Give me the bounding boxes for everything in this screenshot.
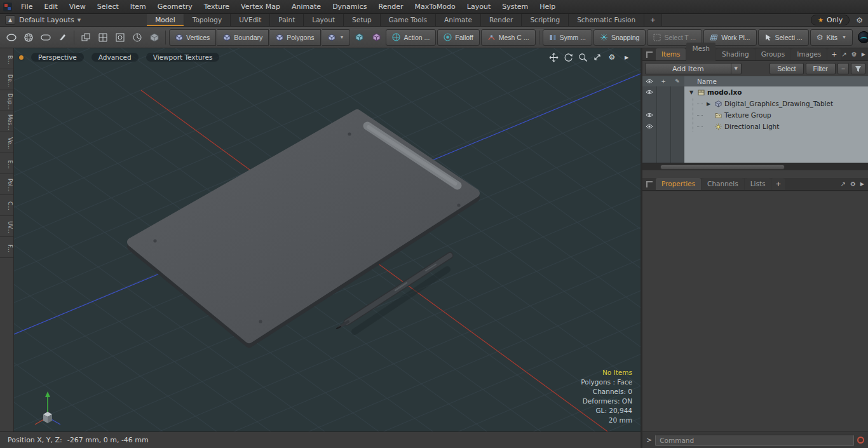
menu-dynamics[interactable]: Dynamics (327, 0, 372, 13)
toolbox-tab-mesh[interactable]: Mes... (0, 111, 13, 132)
tab-channels[interactable]: Channels (702, 178, 744, 190)
menu-file[interactable]: File (15, 0, 38, 13)
eye-icon[interactable] (642, 90, 656, 95)
polygons-mode-button[interactable]: Polygons (270, 29, 320, 46)
modo-ball-icon[interactable] (858, 31, 868, 43)
tab-animate[interactable]: Animate (436, 14, 481, 26)
mesh-constraint-button[interactable]: Mesh C ... (481, 29, 536, 46)
viewport-3d[interactable]: Perspective Advanced Viewport Textures (14, 48, 641, 431)
chevron-right-icon[interactable]: ▶ (705, 101, 712, 107)
pick-column-header[interactable]: + (656, 76, 670, 86)
toolbox-tab-polygon[interactable]: Pol... (0, 174, 13, 195)
menu-view[interactable]: View (64, 0, 92, 13)
action-center-button[interactable]: Action ... (386, 29, 436, 46)
chevron-down-icon[interactable]: ▼ (688, 90, 695, 95)
tab-paint[interactable]: Paint (270, 14, 304, 26)
capsule-tool-button[interactable] (37, 29, 53, 46)
viewport-tab-textures[interactable]: Viewport Textures (146, 53, 220, 62)
menu-animate[interactable]: Animate (286, 0, 327, 13)
expand-arrow-icon[interactable]: ▶ (621, 52, 632, 62)
item-mode-button[interactable] (351, 29, 367, 46)
knife-tool-button[interactable] (55, 29, 71, 46)
gear-icon[interactable]: ⚙ (856, 16, 863, 25)
snapping-button[interactable]: Snapping (593, 29, 646, 46)
menu-render[interactable]: Render (372, 0, 409, 13)
selection-mode-dropdown[interactable]: ▼ (322, 29, 351, 46)
render-column-header[interactable]: ✎ (670, 76, 684, 86)
menu-edit[interactable]: Edit (38, 0, 63, 13)
popout-icon[interactable]: ↗ (841, 51, 846, 58)
tab-items[interactable]: Items (656, 48, 686, 60)
tab-images[interactable]: Images (791, 48, 827, 60)
radial-array-tool-button[interactable] (112, 29, 128, 46)
panel-corner-icon[interactable] (646, 51, 653, 58)
tree-row-scene[interactable]: ▼ modo.lxo (642, 86, 868, 98)
viewport-rotation-dot-icon[interactable] (19, 55, 24, 60)
tab-uvedit[interactable]: UVEdit (231, 14, 270, 26)
vertices-mode-button[interactable]: Vertices (169, 29, 216, 46)
kits-button[interactable]: ⚙ Kits ▼ (810, 29, 853, 46)
ellipse-tool-button[interactable] (3, 29, 19, 46)
command-input[interactable] (655, 435, 854, 446)
eye-icon[interactable] (642, 124, 656, 129)
panel-arrow-icon[interactable]: ▶ (862, 51, 865, 57)
tab-shading[interactable]: Shading (716, 48, 755, 60)
visibility-column-header[interactable] (642, 76, 656, 86)
tab-render[interactable]: Render (481, 14, 522, 26)
toolbox-tab-uv[interactable]: UV... (0, 216, 13, 237)
gear-icon[interactable]: ⚙ (850, 180, 856, 187)
maximize-icon[interactable] (592, 52, 602, 62)
layout-up-button[interactable]: ▲ (5, 15, 15, 25)
menu-layout[interactable]: Layout (461, 0, 496, 13)
tab-schematic-fusion[interactable]: Schematic Fusion (569, 14, 644, 26)
pan-icon[interactable] (548, 52, 559, 62)
menu-system[interactable]: System (496, 0, 534, 13)
gear-icon[interactable]: ⚙ (851, 51, 857, 58)
selection-sets-button[interactable]: Selecti ... (758, 29, 809, 46)
popout-icon[interactable]: ↗ (840, 180, 845, 187)
tab-groups[interactable]: Groups (756, 48, 790, 60)
filter-funnel-button[interactable] (851, 63, 865, 74)
menu-item[interactable]: Item (125, 0, 152, 13)
tree-horizontal-scrollbar[interactable] (642, 163, 868, 170)
filter-button[interactable]: Filter (806, 63, 836, 74)
menu-texture[interactable]: Texture (198, 0, 235, 13)
toolbox-tab-falloff[interactable]: F... (0, 237, 13, 258)
collapse-button[interactable]: − (837, 63, 849, 74)
toolbox-tab-curve[interactable]: C... (0, 195, 13, 216)
scrollbar-thumb[interactable] (660, 165, 784, 170)
duplicate-tool-button[interactable] (78, 29, 93, 46)
boundary-mode-button[interactable]: Boundary (217, 29, 269, 46)
only-button[interactable]: ★ Only (811, 15, 850, 25)
tab-topology[interactable]: Topology (184, 14, 231, 26)
tab-setup[interactable]: Setup (344, 14, 381, 26)
name-column-header[interactable]: Name (684, 76, 868, 86)
tree-row-texture-group[interactable]: Texture Group (642, 109, 868, 121)
tab-game-tools[interactable]: Game Tools (381, 14, 436, 26)
tree-row-light[interactable]: Directional Light (642, 121, 868, 132)
toolbox-tab-vertex[interactable]: Ve... (0, 132, 13, 153)
menu-vertex-map[interactable]: Vertex Map (235, 0, 286, 13)
record-macro-icon[interactable] (857, 437, 864, 444)
tab-layout[interactable]: Layout (304, 14, 344, 26)
toolbox-tab-basic[interactable]: B... (0, 48, 13, 69)
pie-tool-button[interactable] (129, 29, 145, 46)
sphere-tool-button[interactable] (20, 29, 36, 46)
viewport-tab-perspective[interactable]: Perspective (31, 53, 84, 62)
add-layout-tab-button[interactable]: + (644, 14, 662, 26)
toolbox-tab-edge[interactable]: E... (0, 153, 13, 174)
add-item-button[interactable]: Add Item ▼ (645, 63, 742, 74)
menu-select[interactable]: Select (92, 0, 125, 13)
eye-icon[interactable] (642, 112, 656, 118)
array-tool-button[interactable] (95, 29, 111, 46)
viewport-tab-advanced[interactable]: Advanced (92, 53, 139, 62)
symmetry-button[interactable]: Symm ... (543, 29, 592, 46)
menu-help[interactable]: Help (534, 0, 561, 13)
falloff-button[interactable]: Falloff (437, 29, 479, 46)
select-button[interactable]: Select (770, 63, 803, 74)
add-panel-tab-button[interactable]: + (771, 178, 785, 190)
tree-row-mesh[interactable]: ▶ Digital_Graphics_Drawing_Tablet (642, 98, 868, 109)
gear-icon[interactable]: ⚙ (607, 52, 617, 62)
menu-geometry[interactable]: Geometry (152, 0, 198, 13)
toolbox-tab-duplicate[interactable]: Dup... (0, 90, 13, 111)
